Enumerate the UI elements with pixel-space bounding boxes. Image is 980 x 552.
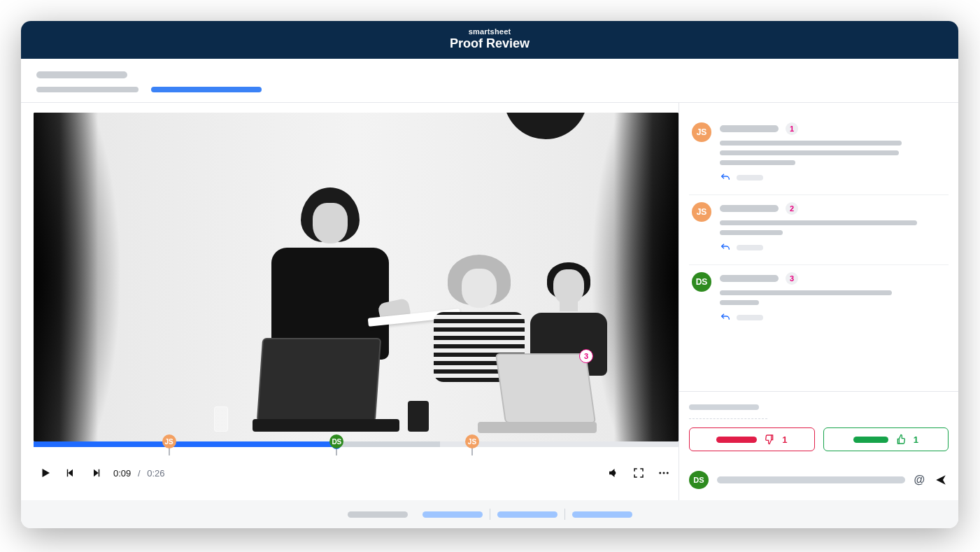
video-player[interactable]: 3 <box>34 113 679 441</box>
timeline-marker-2[interactable]: DS <box>329 434 343 448</box>
proof-title-placeholder <box>36 71 127 78</box>
timeline-scrubber[interactable]: JSDSJS <box>34 436 679 447</box>
comment-text <box>720 290 946 305</box>
volume-button[interactable] <box>606 465 621 481</box>
comment-header: 2 <box>720 202 946 215</box>
comment-text <box>720 220 946 235</box>
comment-actions <box>720 312 946 323</box>
timeline-marker-avatar: JS <box>465 434 479 448</box>
mention-button[interactable]: @ <box>914 474 925 486</box>
time-display: 0:09 / 0:26 <box>113 468 165 479</box>
comment-input-row: DS @ <box>679 461 958 500</box>
thumbs-up-icon <box>895 434 907 445</box>
footer-bar <box>21 500 958 528</box>
comment-author-placeholder <box>720 205 779 212</box>
reply-label-placeholder[interactable] <box>737 175 763 181</box>
subheader <box>21 59 958 103</box>
comment-item[interactable]: DS3 <box>689 265 949 334</box>
annotation-pin-3[interactable]: 3 <box>579 349 593 363</box>
step-forward-icon <box>90 467 102 479</box>
laptop-light <box>472 351 591 434</box>
laptop-dark <box>260 337 406 434</box>
comment-body: 3 <box>720 272 946 323</box>
presenter-person <box>271 187 389 360</box>
frame-forward-button[interactable] <box>88 465 104 481</box>
comment-author-placeholder <box>720 275 779 282</box>
comment-line-placeholder <box>720 220 917 225</box>
main-body: 3 JSDSJS 0:09 <box>21 103 958 500</box>
app-header: smartsheet Proof Review <box>21 21 958 59</box>
reject-button[interactable]: 1 <box>689 427 815 451</box>
reply-label-placeholder[interactable] <box>737 245 763 250</box>
footer-divider <box>490 509 490 520</box>
approve-label-placeholder <box>853 437 888 443</box>
footer-link-placeholder[interactable] <box>497 511 558 518</box>
comment-line-placeholder <box>720 290 892 295</box>
input-avatar: DS <box>689 471 709 489</box>
comment-line-placeholder <box>720 230 783 235</box>
footer-link-placeholder[interactable] <box>422 511 483 518</box>
comment-body: 2 <box>720 202 946 253</box>
comment-input[interactable] <box>717 476 905 483</box>
app-window: smartsheet Proof Review <box>21 21 958 528</box>
play-icon <box>39 467 52 479</box>
brand-text: smartsheet <box>21 27 958 36</box>
approve-count: 1 <box>914 434 918 445</box>
comment-index-badge: 3 <box>786 272 798 285</box>
comment-text <box>720 141 946 165</box>
comment-avatar: JS <box>692 202 711 222</box>
svg-point-0 <box>659 472 661 474</box>
comment-index-badge: 1 <box>786 122 798 135</box>
approve-button[interactable]: 1 <box>823 427 949 451</box>
comment-actions <box>720 242 946 253</box>
send-icon <box>935 474 947 486</box>
comment-item[interactable]: JS1 <box>689 115 949 195</box>
current-time: 0:09 <box>113 468 131 479</box>
svg-point-1 <box>663 472 665 474</box>
comment-avatar: JS <box>692 122 711 142</box>
timeline-marker-3[interactable]: JS <box>465 434 479 448</box>
breadcrumb-placeholder <box>36 87 139 92</box>
foreground-left <box>34 113 137 441</box>
svg-point-2 <box>667 472 669 474</box>
comments-panel: JS1JS2DS3 1 1 <box>679 103 958 500</box>
comment-header: 1 <box>720 122 946 135</box>
comment-line-placeholder <box>720 141 902 146</box>
play-button[interactable] <box>38 465 53 481</box>
comment-line-placeholder <box>720 150 899 155</box>
glass <box>214 406 228 432</box>
reply-label-placeholder[interactable] <box>737 315 763 320</box>
comment-line-placeholder <box>720 160 795 165</box>
more-button[interactable] <box>656 465 672 481</box>
reply-icon[interactable] <box>720 312 731 323</box>
video-panel: 3 JSDSJS 0:09 <box>21 103 679 500</box>
timeline-marker-1[interactable]: JS <box>162 434 176 448</box>
reject-count: 1 <box>782 434 787 445</box>
footer-link-placeholder[interactable] <box>348 511 408 518</box>
timeline-marker-avatar: DS <box>329 434 343 448</box>
comment-author-placeholder <box>720 125 779 132</box>
fullscreen-button[interactable] <box>631 465 646 481</box>
send-button[interactable] <box>933 472 949 488</box>
timeline-played <box>34 441 336 447</box>
player-controls: 0:09 / 0:26 <box>34 447 679 489</box>
page-title: Proof Review <box>21 36 958 51</box>
breadcrumb-active-placeholder <box>151 87 262 92</box>
frame-back-button[interactable] <box>63 465 78 481</box>
comment-item[interactable]: JS2 <box>689 195 949 265</box>
reply-icon[interactable] <box>720 242 731 253</box>
reply-icon[interactable] <box>720 172 731 183</box>
comment-body: 1 <box>720 122 946 183</box>
footer-link-placeholder[interactable] <box>572 511 632 518</box>
volume-icon <box>607 467 620 479</box>
approvals-section: 1 1 <box>679 391 958 461</box>
total-time: 0:26 <box>147 468 164 479</box>
reject-label-placeholder <box>716 437 757 443</box>
time-separator: / <box>138 468 141 479</box>
comment-index-badge: 2 <box>786 202 798 215</box>
comments-list[interactable]: JS1JS2DS3 <box>679 103 958 391</box>
step-backward-icon <box>64 467 77 479</box>
footer-divider <box>564 509 565 520</box>
comment-actions <box>720 172 946 183</box>
video-frame-scene <box>34 113 679 441</box>
